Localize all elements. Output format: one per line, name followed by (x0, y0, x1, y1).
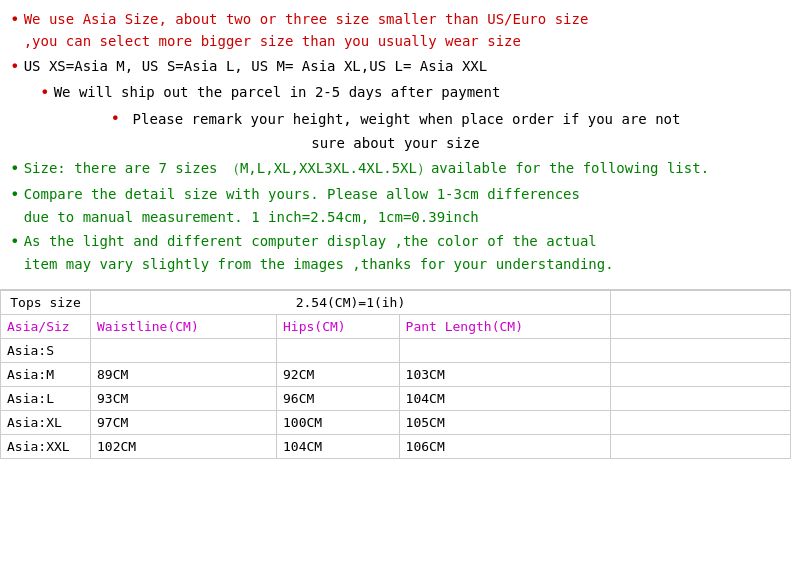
cell-size-s: Asia:S (1, 338, 91, 362)
cell-hips-l: 96CM (277, 386, 400, 410)
header-tops-size: Tops size (1, 290, 91, 314)
table-row: Asia:XL 97CM 100CM 105CM (1, 410, 791, 434)
bullet-6: • (10, 183, 20, 207)
table-row: Asia:M 89CM 92CM 103CM (1, 362, 791, 386)
info-text-3: We will ship out the parcel in 2-5 days … (54, 81, 501, 103)
cell-waistline-m: 89CM (91, 362, 277, 386)
info-line-3: • We will ship out the parcel in 2-5 day… (10, 81, 781, 105)
cell-size-m: Asia:M (1, 362, 91, 386)
cell-size-xl: Asia:XL (1, 410, 91, 434)
table-header-row: Tops size 2.54(CM)=1(ih) (1, 290, 791, 314)
cell-waistline-l: 93CM (91, 386, 277, 410)
col-header-pant-length: Pant Length(CM) (399, 314, 610, 338)
info-section: • We use Asia Size, about two or three s… (0, 0, 791, 285)
info-text-2: US XS=Asia M, US S=Asia L, US M= Asia XL… (24, 55, 488, 77)
cell-extra-s (611, 338, 791, 362)
bullet-3: • (40, 81, 50, 105)
cell-extra-l (611, 386, 791, 410)
cell-hips-xl: 100CM (277, 410, 400, 434)
cell-pant-xl: 105CM (399, 410, 610, 434)
table-row: Asia:XXL 102CM 104CM 106CM (1, 434, 791, 458)
bullet-2: • (10, 55, 20, 79)
cell-hips-s (277, 338, 400, 362)
cell-pant-m: 103CM (399, 362, 610, 386)
bullet-4: • (111, 109, 121, 128)
size-table: Tops size 2.54(CM)=1(ih) Asia/Siz Waistl… (0, 290, 791, 459)
table-row: Asia:L 93CM 96CM 104CM (1, 386, 791, 410)
cell-size-xxl: Asia:XXL (1, 434, 91, 458)
info-text-7: As the light and different computer disp… (24, 230, 614, 275)
col-header-size: Asia/Siz (1, 314, 91, 338)
cell-waistline-xl: 97CM (91, 410, 277, 434)
cell-waistline-s (91, 338, 277, 362)
info-line-6: • Compare the detail size with yours. Pl… (10, 183, 781, 228)
info-text-5: Size: there are 7 sizes （M,L,XL,XXL3XL.4… (24, 157, 709, 179)
header-measurement: 2.54(CM)=1(ih) (91, 290, 611, 314)
col-header-waistline: Waistline(CM) (91, 314, 277, 338)
cell-hips-m: 92CM (277, 362, 400, 386)
cell-size-l: Asia:L (1, 386, 91, 410)
bullet-5: • (10, 157, 20, 181)
cell-extra-xxl (611, 434, 791, 458)
info-line-1: • We use Asia Size, about two or three s… (10, 8, 781, 53)
cell-hips-xxl: 104CM (277, 434, 400, 458)
cell-pant-xxl: 106CM (399, 434, 610, 458)
size-table-wrapper: Tops size 2.54(CM)=1(ih) Asia/Siz Waistl… (0, 289, 791, 459)
info-text-6: Compare the detail size with yours. Plea… (24, 183, 580, 228)
cell-waistline-xxl: 102CM (91, 434, 277, 458)
cell-extra-m (611, 362, 791, 386)
table-col-header-row: Asia/Siz Waistline(CM) Hips(CM) Pant Len… (1, 314, 791, 338)
info-text-4: Please remark your height, weight when p… (133, 111, 681, 151)
cell-pant-l: 104CM (399, 386, 610, 410)
info-line-4: • Please remark your height, weight when… (10, 107, 781, 156)
info-line-2: • US XS=Asia M, US S=Asia L, US M= Asia … (10, 55, 781, 79)
bullet-7: • (10, 230, 20, 254)
info-line-5: • Size: there are 7 sizes （M,L,XL,XXL3XL… (10, 157, 781, 181)
header-empty (611, 290, 791, 314)
info-text-1: We use Asia Size, about two or three siz… (24, 8, 589, 53)
cell-pant-s (399, 338, 610, 362)
table-row: Asia:S (1, 338, 791, 362)
info-line-7: • As the light and different computer di… (10, 230, 781, 275)
bullet-1: • (10, 8, 20, 32)
cell-extra-xl (611, 410, 791, 434)
col-header-hips: Hips(CM) (277, 314, 400, 338)
col-header-extra (611, 314, 791, 338)
